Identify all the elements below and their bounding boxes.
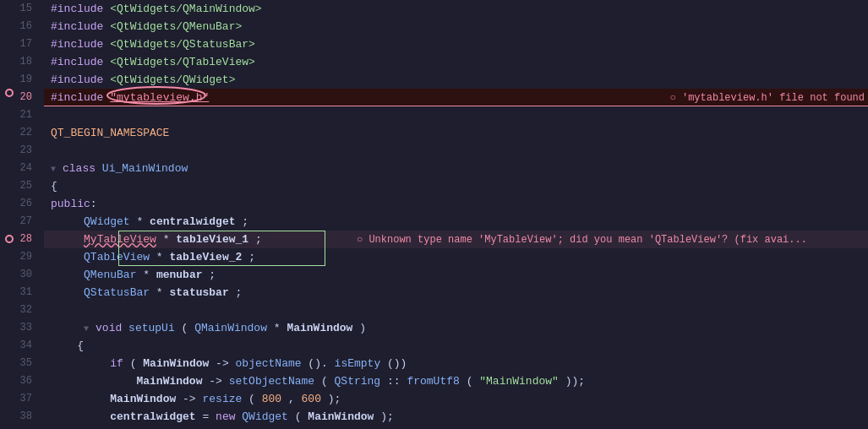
code-line-20: #include "mytableview.h" ○ 'mytableview.…	[44, 89, 868, 106]
line-num-27: 27	[3, 213, 37, 231]
keyword-include: #include	[51, 3, 103, 15]
code-line-29: QTableView * tableView_2 ;	[44, 248, 868, 266]
line-num-34: 34	[3, 337, 37, 355]
code-line-27: QWidget * centralwidget ;	[44, 213, 868, 231]
collapse-arrow-33[interactable]: ▼	[84, 324, 94, 334]
error-msg-20: ○ 'mytableview.h' file not found	[670, 89, 868, 107]
code-line-19: #include <QtWidgets/QWidget>	[44, 71, 868, 89]
line-num-28: 28	[3, 231, 37, 248]
line-num-26: 26	[3, 195, 37, 213]
error-dot-28	[5, 235, 14, 243]
line-num-15: 15	[3, 0, 37, 18]
line-num-20: 20	[3, 89, 37, 106]
error-dot-20	[5, 89, 14, 97]
line-num-35: 35	[3, 355, 37, 372]
code-line-16: #include <QtWidgets/QMenuBar>	[44, 18, 868, 35]
code-line-39: centralwidget -> setObjectName ( QString…	[44, 426, 868, 429]
collapse-arrow-24[interactable]: ▼	[51, 165, 61, 174]
include-error-filename: "mytableview.h"	[110, 89, 209, 106]
line-num-31: 31	[3, 284, 37, 301]
code-line-26: public:	[44, 195, 868, 213]
line-num-38: 38	[3, 408, 37, 426]
code-line-17: #include <QtWidgets/QStatusBar>	[44, 35, 868, 53]
line-num-37: 37	[3, 390, 37, 408]
line-num-24: 24	[3, 160, 37, 177]
code-line-37: MainWindow -> resize ( 800 , 600 );	[44, 390, 868, 408]
code-content[interactable]: #include <QtWidgets/QMainWindow> #includ…	[44, 0, 868, 429]
code-line-30: QMenuBar * menubar ;	[44, 266, 868, 284]
code-line-25: {	[44, 177, 868, 195]
lines-28-29-container: MyTableView * tableView_1 ; ○ Unknown ty…	[44, 231, 868, 266]
error-type-mytableview: MyTableView	[84, 233, 156, 246]
line-num-25: 25	[3, 177, 37, 195]
line-num-32: 32	[3, 301, 37, 319]
line-num-22: 22	[3, 124, 37, 142]
include-path: <QtWidgets/QMainWindow>	[110, 3, 261, 15]
line-num-19: 19	[3, 71, 37, 89]
code-line-38: centralwidget = new QWidget ( MainWindow…	[44, 408, 868, 426]
line-num-17: 17	[3, 35, 37, 53]
code-line-35: if ( MainWindow -> objectName (). isEmpt…	[44, 355, 868, 372]
code-line-36: MainWindow -> setObjectName ( QString ::…	[44, 372, 868, 390]
code-line-31: QStatusBar * statusbar ;	[44, 284, 868, 301]
line-num-21: 21	[3, 106, 37, 124]
code-line-21	[44, 106, 868, 124]
line-num-36: 36	[3, 372, 37, 390]
code-line-28: MyTableView * tableView_1 ; ○ Unknown ty…	[44, 231, 868, 248]
code-line-24: ▼ class Ui_MainWindow	[44, 160, 868, 177]
code-line-32	[44, 301, 868, 319]
line-number-gutter: 15 16 17 18 19 20 21 22 23 24 25	[0, 0, 44, 429]
line-num-33: 33	[3, 319, 37, 337]
line-num-29: 29	[3, 248, 37, 266]
code-line-33: ▼ void setupUi ( QMainWindow * MainWindo…	[44, 319, 868, 337]
line-num-23: 23	[3, 142, 37, 160]
line-num-18: 18	[3, 53, 37, 71]
code-line-34: {	[44, 337, 868, 355]
line-num-30: 30	[3, 266, 37, 284]
line-num-16: 16	[3, 18, 37, 35]
code-line-18: #include <QtWidgets/QTableView>	[44, 53, 868, 71]
code-line-15: #include <QtWidgets/QMainWindow>	[44, 0, 868, 18]
code-line-22: QT_BEGIN_NAMESPACE	[44, 124, 868, 142]
line-num-39: 39	[3, 426, 37, 429]
code-editor: 15 16 17 18 19 20 21 22 23 24 25	[0, 0, 868, 429]
code-line-23	[44, 142, 868, 160]
error-msg-28: ○ Unknown type name 'MyTableView'; did y…	[357, 231, 807, 249]
